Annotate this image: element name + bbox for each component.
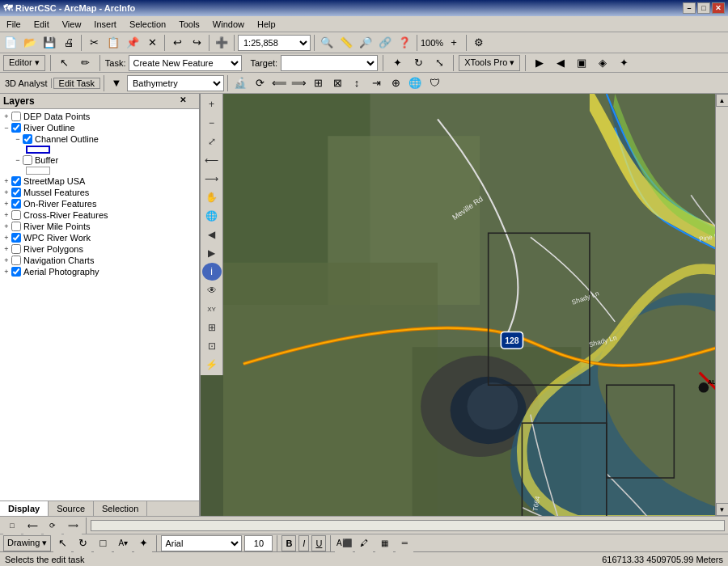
scroll-up-btn[interactable]: ▲ bbox=[716, 94, 729, 107]
redo-button[interactable]: ↪ bbox=[188, 34, 205, 52]
3d-tool10[interactable]: 🌐 bbox=[406, 74, 424, 92]
menu-tools[interactable]: Tools bbox=[176, 19, 203, 30]
drawing-dropdown[interactable]: Drawing ▾ bbox=[3, 535, 51, 551]
back-extent-nav[interactable]: ⟵ bbox=[202, 151, 222, 169]
3d-tool6[interactable]: ⊠ bbox=[328, 74, 346, 92]
map-btn1[interactable]: □ bbox=[3, 517, 21, 534]
expand-buffer[interactable]: − bbox=[13, 155, 23, 165]
expand-mussel[interactable]: + bbox=[2, 188, 11, 197]
3d-tool7[interactable]: ↕ bbox=[348, 74, 366, 92]
xy-nav[interactable]: XY bbox=[202, 300, 222, 318]
check-buffer[interactable] bbox=[23, 155, 32, 165]
rotate-tool[interactable]: ↻ bbox=[409, 54, 427, 72]
edit-task-tab[interactable]: Edit Task bbox=[53, 78, 100, 89]
expand-river[interactable]: − bbox=[2, 123, 11, 133]
maximize-button[interactable]: □ bbox=[697, 2, 710, 14]
font-color-btn[interactable]: A⬛ bbox=[335, 534, 353, 552]
menu-insert[interactable]: Insert bbox=[91, 19, 120, 30]
xtools-icon3[interactable]: ▣ bbox=[573, 54, 590, 72]
fwd-nav[interactable]: ▶ bbox=[202, 244, 222, 262]
layer-buffer[interactable]: − Buffer bbox=[0, 154, 199, 166]
3d-tool1[interactable]: 🔬 bbox=[231, 74, 249, 92]
measure-button[interactable]: 📏 bbox=[337, 34, 355, 52]
expand-crossriver[interactable]: + bbox=[2, 210, 11, 220]
identify-button[interactable]: 🔍 bbox=[318, 34, 336, 52]
layer-navcharts[interactable]: + Navigation Charts bbox=[0, 255, 199, 266]
adjust-nav[interactable]: ⊡ bbox=[202, 337, 222, 355]
tab-selection[interactable]: Selection bbox=[94, 501, 147, 516]
pan-nav active[interactable]: ✋ bbox=[202, 188, 222, 206]
hyperlink-button[interactable]: 🔗 bbox=[376, 34, 394, 52]
map-btn3[interactable]: ⟳ bbox=[44, 517, 61, 534]
expand-wpc[interactable]: + bbox=[2, 233, 11, 243]
layer-select-icon[interactable]: ▼ bbox=[108, 74, 125, 92]
pointer-tool[interactable]: ↖ bbox=[56, 54, 74, 72]
expand-polygons[interactable]: + bbox=[2, 244, 11, 254]
xtools-icon2[interactable]: ◀ bbox=[552, 54, 569, 72]
check-wpc[interactable] bbox=[11, 233, 21, 243]
3d-tool2[interactable]: ⟳ bbox=[251, 74, 269, 92]
expand-streetmap[interactable]: + bbox=[2, 176, 11, 186]
layer-crossriver[interactable]: + Cross-River Features bbox=[0, 209, 199, 221]
measure-nav[interactable]: 👁 bbox=[202, 281, 222, 299]
tab-source[interactable]: Source bbox=[49, 501, 94, 516]
target-select[interactable] bbox=[281, 55, 378, 71]
print-button[interactable]: 🖨 bbox=[60, 34, 78, 52]
check-crossriver[interactable] bbox=[11, 210, 21, 220]
menu-edit[interactable]: Edit bbox=[31, 19, 53, 30]
3d-tool8[interactable]: ⇥ bbox=[367, 74, 385, 92]
drawing-cursor[interactable]: ↖ bbox=[53, 534, 71, 552]
check-rivermile[interactable] bbox=[11, 222, 21, 231]
layer-channel-outline[interactable]: − Channel Outline bbox=[0, 133, 199, 145]
menu-file[interactable]: File bbox=[3, 19, 24, 30]
check-river[interactable] bbox=[11, 123, 21, 133]
layer-river-outline[interactable]: − River Outline bbox=[0, 122, 199, 133]
scale-tool[interactable]: ⤡ bbox=[430, 54, 448, 72]
check-navcharts[interactable] bbox=[11, 256, 21, 265]
layer-streetmap[interactable]: + StreetMap USA bbox=[0, 175, 199, 187]
check-aerial[interactable] bbox=[11, 267, 21, 277]
layer-onriver[interactable]: + On-River Features bbox=[0, 198, 199, 209]
3d-tool5[interactable]: ⊞ bbox=[309, 74, 327, 92]
xtools-icon4[interactable]: ◈ bbox=[594, 54, 612, 72]
settings-button[interactable]: ⚙ bbox=[470, 34, 488, 52]
add-data-button[interactable]: ➕ bbox=[213, 34, 231, 52]
drawing-rotate[interactable]: ↻ bbox=[74, 534, 91, 552]
check-polygons[interactable] bbox=[11, 244, 21, 254]
map-btn2[interactable]: ⟵ bbox=[23, 517, 41, 534]
expand-navcharts[interactable]: + bbox=[2, 256, 11, 265]
zoom-in-btn[interactable]: + bbox=[445, 34, 463, 52]
layer-mussel[interactable]: + Mussel Features bbox=[0, 187, 199, 198]
expand-rivermile[interactable]: + bbox=[2, 222, 11, 231]
close-button[interactable]: ✕ bbox=[712, 2, 725, 14]
drawing-extra[interactable]: ✦ bbox=[134, 534, 152, 552]
layer-polygons[interactable]: + River Polygons bbox=[0, 243, 199, 255]
back-nav[interactable]: ◀ bbox=[202, 226, 222, 243]
highlight-btn[interactable]: 🖍 bbox=[355, 534, 373, 552]
check-onriver[interactable] bbox=[11, 199, 21, 209]
lightning-nav[interactable]: ⚡ bbox=[202, 356, 222, 374]
zoom-in-nav[interactable]: + bbox=[202, 95, 222, 113]
xtools-icon5[interactable]: ✦ bbox=[615, 54, 633, 72]
map-canvas[interactable]: 128 ALLEGHENY LOCK AND DAM 06 Meville Rd… bbox=[223, 94, 728, 516]
expand-dep[interactable]: + bbox=[2, 112, 11, 121]
layer-dropdown[interactable]: Bathymetry bbox=[127, 75, 224, 91]
layer-rivermile[interactable]: + River Mile Points bbox=[0, 221, 199, 232]
menu-view[interactable]: View bbox=[59, 19, 85, 30]
vertical-scrollbar[interactable]: ▲ ▼ bbox=[715, 94, 728, 516]
scroll-down-btn[interactable]: ▼ bbox=[716, 503, 729, 516]
undo-button[interactable]: ↩ bbox=[168, 34, 186, 52]
expand-channel[interactable]: − bbox=[13, 134, 23, 144]
delete-button[interactable]: ✕ bbox=[143, 34, 161, 52]
check-channel[interactable] bbox=[23, 134, 32, 144]
task-select[interactable]: Create New Feature bbox=[129, 55, 242, 71]
cut-button[interactable]: ✂ bbox=[85, 34, 103, 52]
fixmap-nav[interactable]: ⊞ bbox=[202, 319, 222, 336]
3d-tool9[interactable]: ⊕ bbox=[387, 74, 404, 92]
italic-button[interactable]: I bbox=[298, 535, 309, 551]
font-select[interactable]: Arial bbox=[161, 535, 242, 551]
save-button[interactable]: 💾 bbox=[40, 34, 58, 52]
expand-onriver[interactable]: + bbox=[2, 199, 11, 209]
check-streetmap[interactable] bbox=[11, 176, 21, 186]
paste-button[interactable]: 📌 bbox=[124, 34, 142, 52]
